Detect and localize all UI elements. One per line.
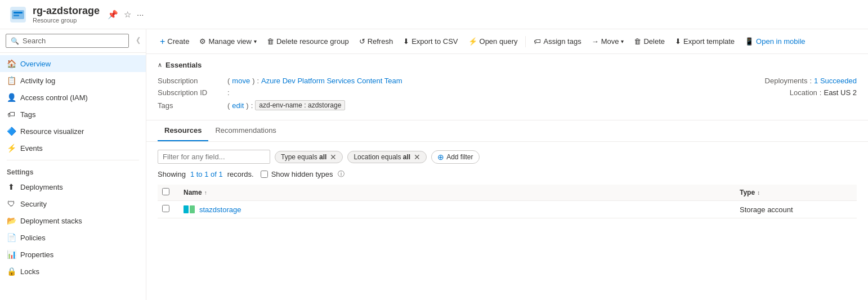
deployments-value-link[interactable]: 1 Succeeded (814, 77, 857, 85)
sidebar: 🔍 Search 《 🏠 Overview 📋 Activity log 👤 A… (0, 29, 146, 300)
tags-edit-link[interactable]: edit (232, 101, 244, 110)
export-template-icon: ⬇ (675, 37, 681, 46)
tabs-bar: Resources Recommendations (146, 120, 868, 142)
type-filter-close-icon[interactable]: ✕ (330, 153, 337, 161)
sidebar-item-activity-log[interactable]: 📋 Activity log (0, 72, 146, 89)
open-mobile-button[interactable]: 📱 Open in mobile (740, 35, 809, 48)
sidebar-item-resource-visualizer[interactable]: 🔷 Resource visualizer (0, 123, 146, 140)
resource-name-link[interactable]: stazdstorage (199, 205, 241, 214)
select-all-checkbox[interactable] (162, 188, 169, 195)
sidebar-item-label: Tags (20, 110, 35, 119)
sidebar-nav: 🏠 Overview 📋 Activity log 👤 Access contr… (0, 53, 146, 300)
deployment-stacks-icon: 📂 (7, 216, 16, 225)
refresh-icon: ↺ (359, 37, 365, 46)
name-sort-icon: ↑ (204, 190, 207, 196)
row-type-cell: Storage account (740, 205, 852, 214)
sidebar-item-label: Deployments (20, 183, 63, 191)
sidebar-item-locks[interactable]: 🔒 Locks (0, 263, 146, 280)
row-name-cell: stazdstorage (184, 205, 740, 214)
location-filter-pill[interactable]: Location equals all ✕ (347, 151, 427, 163)
sidebar-search-box[interactable]: 🔍 Search (6, 34, 129, 48)
type-filter-label: Type equals all (281, 153, 326, 161)
records-range-link[interactable]: 1 to 1 of 1 (190, 170, 223, 178)
security-icon: 🛡 (7, 199, 16, 208)
sidebar-item-security[interactable]: 🛡 Security (0, 195, 146, 212)
more-icon[interactable]: ··· (137, 10, 144, 19)
type-filter-pill[interactable]: Type equals all ✕ (275, 151, 343, 163)
records-info-bar: Showing 1 to 1 of 1 records. Show hidden… (158, 169, 857, 179)
sidebar-item-label: Overview (20, 60, 51, 68)
essentials-collapse-icon: ∧ (158, 61, 162, 69)
delete-rg-button[interactable]: 🗑 Delete resource group (262, 35, 354, 48)
records-prefix: Showing (158, 170, 186, 178)
type-header-cell[interactable]: Type ↕ (740, 189, 852, 196)
star-icon[interactable]: ☆ (124, 10, 131, 20)
add-filter-button[interactable]: ⊕ Add filter (431, 150, 479, 164)
sidebar-item-events[interactable]: ⚡ Events (0, 140, 146, 156)
export-csv-icon: ⬇ (403, 37, 409, 46)
records-suffix: records. (227, 170, 254, 178)
subscription-label: Subscription (158, 77, 225, 85)
pin-icon[interactable]: 📌 (108, 10, 118, 20)
assign-tags-icon: 🏷 (534, 37, 541, 46)
tab-resources[interactable]: Resources (158, 120, 208, 141)
filter-input[interactable] (158, 150, 270, 164)
resources-table: Name ↑ Type ↕ (158, 185, 857, 218)
table-row: stazdstorage Storage account (158, 201, 857, 218)
name-header-cell[interactable]: Name ↑ (184, 189, 740, 196)
manage-view-button[interactable]: ⚙ Manage view ▾ (195, 35, 261, 48)
delete-icon: 🗑 (634, 37, 641, 46)
type-sort-icon: ↕ (757, 190, 760, 196)
sidebar-item-access-control[interactable]: 👤 Access control (IAM) (0, 89, 146, 106)
resource-group-icon (9, 6, 27, 24)
sidebar-item-tags[interactable]: 🏷 Tags (0, 106, 146, 123)
move-button[interactable]: → Move ▾ (587, 35, 629, 48)
row-checkbox[interactable] (162, 205, 169, 212)
tab-recommendations[interactable]: Recommendations (208, 120, 283, 141)
tags-icon: 🏷 (7, 110, 16, 119)
svg-rect-5 (190, 205, 195, 213)
locks-icon: 🔒 (7, 267, 16, 276)
sidebar-item-label: Resource visualizer (20, 127, 84, 136)
move-dropdown-icon: ▾ (621, 38, 624, 44)
essentials-header[interactable]: ∧ Essentials (158, 61, 857, 69)
subscription-move-link[interactable]: move (232, 77, 250, 85)
sidebar-item-deployment-stacks[interactable]: 📂 Deployment stacks (0, 212, 146, 229)
create-button[interactable]: + Create (155, 34, 194, 49)
tags-label: Tags (158, 101, 225, 110)
properties-icon: 📊 (7, 250, 16, 259)
sidebar-item-label: Activity log (20, 77, 55, 85)
tags-value: azd-env-name : azdstorage (255, 100, 345, 110)
create-icon: + (160, 37, 165, 47)
sidebar-item-overview[interactable]: 🏠 Overview (0, 55, 146, 72)
overview-icon: 🏠 (7, 59, 16, 68)
search-placeholder: Search (23, 37, 46, 45)
collapse-icon[interactable]: 《 (132, 36, 140, 46)
sidebar-item-label: Security (20, 200, 47, 208)
delete-button[interactable]: 🗑 Delete (629, 35, 669, 48)
settings-section-label: Settings (0, 164, 146, 178)
sidebar-item-policies[interactable]: 📄 Policies (0, 229, 146, 246)
export-template-button[interactable]: ⬇ Export template (670, 35, 739, 48)
page-title: rg-azdstorage (33, 5, 100, 17)
location-value: East US 2 (824, 88, 857, 97)
export-csv-button[interactable]: ⬇ Export to CSV (399, 35, 462, 48)
sidebar-item-label: Policies (20, 234, 46, 242)
open-query-button[interactable]: ⚡ Open query (464, 35, 522, 48)
toolbar-separator-1 (525, 36, 526, 47)
refresh-button[interactable]: ↺ Refresh (355, 35, 398, 48)
location-filter-close-icon[interactable]: ✕ (414, 153, 420, 161)
add-filter-icon: ⊕ (437, 153, 444, 162)
subscription-value-link[interactable]: Azure Dev Platform Services Content Team (261, 77, 402, 85)
sidebar-item-label: Events (20, 144, 43, 153)
location-row: Location : East US 2 (518, 87, 857, 98)
info-icon[interactable]: ⓘ (338, 169, 344, 179)
show-hidden-label[interactable]: Show hidden types (261, 170, 333, 178)
sidebar-item-properties[interactable]: 📊 Properties (0, 246, 146, 263)
assign-tags-button[interactable]: 🏷 Assign tags (529, 35, 585, 48)
policies-icon: 📄 (7, 233, 16, 242)
show-hidden-checkbox[interactable] (261, 171, 268, 178)
resource-visualizer-icon: 🔷 (7, 127, 16, 136)
toolbar: + Create ⚙ Manage view ▾ 🗑 Delete resour… (146, 29, 868, 54)
sidebar-item-deployments[interactable]: ⬆ Deployments (0, 178, 146, 195)
